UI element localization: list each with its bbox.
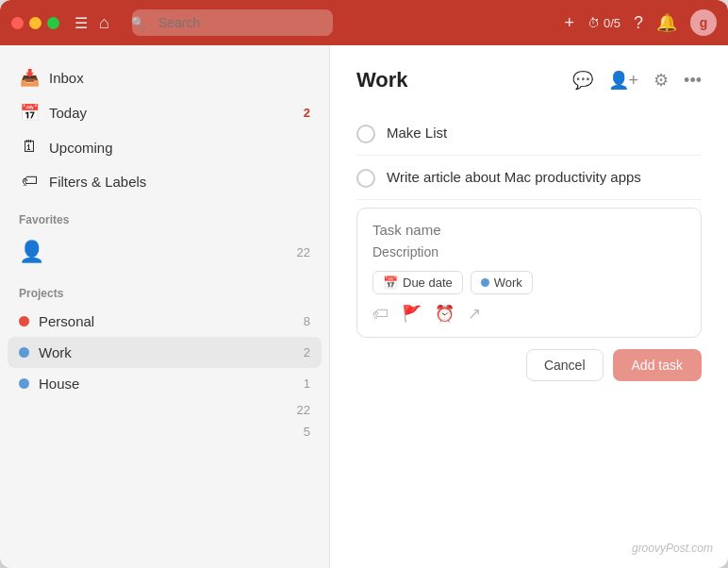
help-icon[interactable]: ?	[634, 13, 643, 33]
minimize-button[interactable]	[29, 17, 41, 29]
filters-icon: 🏷	[19, 172, 40, 191]
calendar-icon: 📅	[383, 276, 398, 290]
more-icon[interactable]: •••	[684, 71, 702, 91]
task-meta-row: 📅 Due date Work	[372, 271, 686, 294]
projects-header: Projects	[0, 272, 329, 306]
sidebar-nav: 📥 Inbox 📅 Today 2 🗓 Upcoming 🏷 Filters &…	[0, 60, 329, 198]
traffic-lights	[11, 17, 59, 29]
work-count: 2	[304, 345, 310, 359]
project-chip-dot	[481, 278, 489, 287]
search-input[interactable]	[132, 9, 333, 36]
move-tool-icon[interactable]: ↗	[468, 304, 481, 324]
task-name-input[interactable]	[372, 222, 686, 238]
maximize-button[interactable]	[47, 17, 59, 29]
due-date-label: Due date	[403, 276, 453, 290]
filters-label: Filters & Labels	[49, 174, 310, 190]
label-tool-icon[interactable]: 🏷	[372, 305, 389, 324]
clock-tool-icon[interactable]: ⏰	[435, 304, 455, 324]
timer-icon: ⏱	[587, 16, 600, 30]
sidebar: 📥 Inbox 📅 Today 2 🗓 Upcoming 🏷 Filters &…	[0, 45, 330, 568]
task-item-1: Make List	[356, 111, 702, 156]
flag-tool-icon[interactable]: 🚩	[402, 304, 422, 324]
favorites-header: Favorites	[0, 198, 329, 232]
task-tools-row: 🏷 🚩 ⏰ ↗	[372, 304, 686, 324]
add-task-button[interactable]: Add task	[613, 349, 702, 381]
watermark: groovyPost.com	[632, 542, 713, 555]
cancel-button[interactable]: Cancel	[526, 349, 604, 381]
task-form: 📅 Due date Work 🏷 🚩 ⏰ ↗	[356, 208, 702, 338]
due-date-chip[interactable]: 📅 Due date	[372, 271, 463, 294]
work-dot	[19, 347, 29, 358]
project-work[interactable]: Work 2	[8, 337, 322, 368]
house-dot	[19, 378, 29, 389]
house-label: House	[39, 376, 294, 392]
sidebar-count-5: 5	[0, 421, 329, 443]
project-personal[interactable]: Personal 8	[8, 306, 322, 337]
close-button[interactable]	[11, 17, 24, 29]
sliders-icon[interactable]: ⚙	[654, 70, 669, 91]
sidebar-item-today[interactable]: 📅 Today 2	[8, 95, 322, 130]
upcoming-label: Upcoming	[49, 140, 310, 156]
app-window: ☰ ⌂ + ⏱ 0/5 ? 🔔 g 📥 Inbox 📅	[0, 0, 728, 568]
sidebar-count-22: 22	[0, 399, 329, 421]
favorites-person[interactable]: 👤 22	[0, 232, 329, 272]
panel-title: Work	[356, 68, 572, 92]
personal-label: Personal	[39, 313, 294, 329]
panel-header: Work 💬 👤+ ⚙ •••	[356, 68, 702, 92]
titlebar: ☰ ⌂ + ⏱ 0/5 ? 🔔 g	[0, 0, 728, 45]
inbox-label: Inbox	[49, 70, 310, 86]
project-chip[interactable]: Work	[471, 271, 533, 294]
task-text-2: Write article about Mac productivity app…	[387, 167, 641, 187]
personal-count: 8	[304, 314, 310, 328]
search-bar-wrap	[124, 9, 332, 36]
favorites-count: 22	[297, 245, 310, 259]
add-icon[interactable]: +	[564, 13, 574, 33]
upcoming-icon: 🗓	[19, 138, 40, 157]
panel-actions: 💬 👤+ ⚙ •••	[572, 70, 702, 91]
task-circle-2[interactable]	[356, 169, 375, 188]
project-house[interactable]: House 1	[8, 368, 322, 399]
home-icon[interactable]: ⌂	[99, 13, 109, 33]
person-icon: 👤	[19, 240, 44, 264]
titlebar-right: + ⏱ 0/5 ? 🔔 g	[564, 9, 717, 36]
avatar[interactable]: g	[690, 9, 717, 36]
task-desc-input[interactable]	[372, 244, 686, 259]
house-count: 1	[304, 376, 310, 391]
work-label: Work	[39, 344, 294, 360]
main-panel: Work 💬 👤+ ⚙ ••• Make List Write article …	[330, 45, 728, 568]
add-person-icon[interactable]: 👤+	[608, 70, 639, 91]
project-chip-label: Work	[494, 276, 522, 290]
task-item-2: Write article about Mac productivity app…	[356, 156, 702, 200]
today-icon: 📅	[19, 103, 40, 123]
timer-badge[interactable]: ⏱ 0/5	[587, 16, 620, 30]
main-content: 📥 Inbox 📅 Today 2 🗓 Upcoming 🏷 Filters &…	[0, 45, 728, 568]
personal-dot	[19, 316, 29, 326]
task-text-1: Make List	[387, 123, 447, 142]
sidebar-item-inbox[interactable]: 📥 Inbox	[8, 60, 322, 95]
comment-icon[interactable]: 💬	[572, 70, 593, 91]
form-actions: Cancel Add task	[356, 349, 702, 381]
menu-icon[interactable]: ☰	[74, 14, 88, 32]
inbox-icon: 📥	[19, 68, 40, 88]
timer-count: 0/5	[604, 16, 620, 30]
sidebar-item-filters[interactable]: 🏷 Filters & Labels	[8, 164, 322, 198]
today-label: Today	[49, 105, 294, 121]
bell-icon[interactable]: 🔔	[656, 12, 677, 33]
today-badge: 2	[304, 106, 310, 120]
task-circle-1[interactable]	[356, 125, 375, 143]
sidebar-item-upcoming[interactable]: 🗓 Upcoming	[8, 130, 322, 164]
